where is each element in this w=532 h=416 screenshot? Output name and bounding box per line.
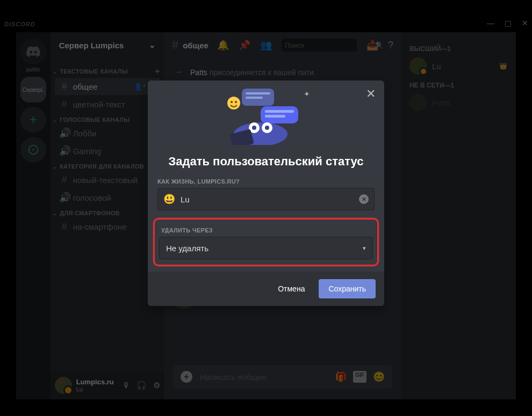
svg-rect-6 [265,115,285,118]
status-question-label: КАК ЖИЗНЬ, LUMPICS.RU? [148,174,384,188]
svg-rect-5 [265,110,294,113]
clear-input-icon[interactable]: ✕ [359,194,369,204]
modal-footer: Отмена Сохранить [148,272,384,306]
chevron-down-icon: ▾ [363,245,366,252]
save-button[interactable]: Сохранить [319,279,376,298]
svg-point-14 [265,126,269,130]
svg-point-7 [227,97,240,110]
svg-point-9 [235,101,237,103]
custom-status-modal: ✦ ✕ Задать пользовательский статус КАК Ж… [148,81,384,306]
svg-point-13 [252,126,256,130]
svg-rect-3 [246,97,263,99]
svg-point-8 [231,101,233,103]
clear-after-value: Не удалять [166,244,209,253]
svg-rect-2 [246,92,270,94]
svg-rect-15 [229,129,254,145]
modal-title: Задать пользовательский статус [148,155,384,169]
status-input[interactable] [181,195,354,204]
close-icon[interactable]: ✕ [365,88,377,100]
clear-after-highlight: УДАЛИТЬ ЧЕРЕЗ Не удалять ▾ [153,218,379,266]
clear-after-label: УДАЛИТЬ ЧЕРЕЗ [159,223,373,237]
cancel-button[interactable]: Отмена [268,279,314,298]
status-text-field[interactable]: 😃 ✕ [157,188,375,210]
modal-illustration: ✦ [148,81,384,145]
svg-text:✦: ✦ [304,90,310,98]
clear-after-select[interactable]: Не удалять ▾ [159,237,373,259]
emoji-picker-icon[interactable]: 😃 [163,193,175,205]
modal-overlay[interactable]: ✦ ✕ Задать пользовательский статус КАК Ж… [0,0,532,416]
